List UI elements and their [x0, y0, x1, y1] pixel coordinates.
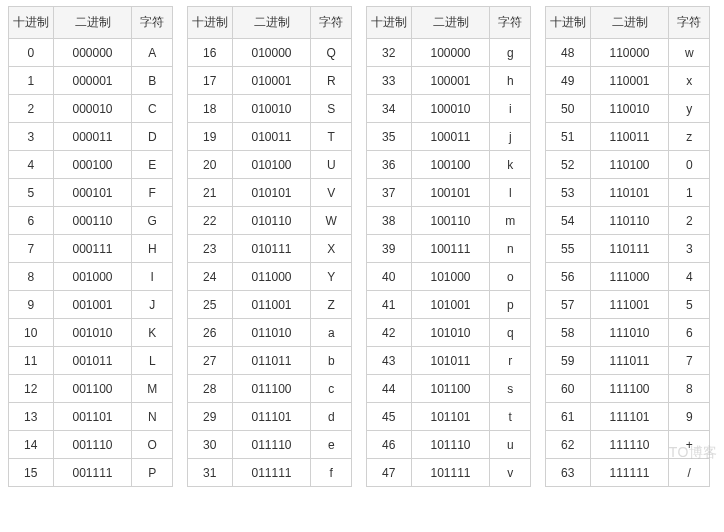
cell-binary: 101011 [411, 347, 490, 375]
cell-binary: 111111 [590, 459, 669, 487]
table-row: 601111008 [546, 375, 710, 403]
cell-decimal: 5 [9, 179, 54, 207]
table-row: 17010001R [188, 67, 352, 95]
cell-binary: 011110 [232, 431, 311, 459]
cell-decimal: 6 [9, 207, 54, 235]
table-row: 44101100s [367, 375, 531, 403]
cell-decimal: 46 [367, 431, 412, 459]
cell-decimal: 38 [367, 207, 412, 235]
cell-decimal: 33 [367, 67, 412, 95]
cell-binary: 111011 [590, 347, 669, 375]
table-row: 28011100c [188, 375, 352, 403]
cell-char: p [490, 291, 531, 319]
cell-char: d [311, 403, 352, 431]
cell-decimal: 53 [546, 179, 591, 207]
cell-decimal: 4 [9, 151, 54, 179]
cell-decimal: 18 [188, 95, 233, 123]
cell-binary: 100100 [411, 151, 490, 179]
cell-binary: 111001 [590, 291, 669, 319]
cell-decimal: 44 [367, 375, 412, 403]
cell-binary: 111010 [590, 319, 669, 347]
cell-binary: 101001 [411, 291, 490, 319]
cell-decimal: 39 [367, 235, 412, 263]
cell-decimal: 9 [9, 291, 54, 319]
table-row: 46101110u [367, 431, 531, 459]
cell-decimal: 41 [367, 291, 412, 319]
table-row: 10001010K [9, 319, 173, 347]
cell-decimal: 61 [546, 403, 591, 431]
cell-char: 9 [669, 403, 710, 431]
cell-decimal: 31 [188, 459, 233, 487]
cell-binary: 011111 [232, 459, 311, 487]
cell-binary: 111100 [590, 375, 669, 403]
cell-char: g [490, 39, 531, 67]
cell-binary: 000101 [53, 179, 132, 207]
table-row: 3000011D [9, 123, 173, 151]
cell-char: 2 [669, 207, 710, 235]
cell-char: j [490, 123, 531, 151]
cell-decimal: 42 [367, 319, 412, 347]
cell-char: c [311, 375, 352, 403]
cell-binary: 101111 [411, 459, 490, 487]
cell-decimal: 25 [188, 291, 233, 319]
column-header-binary: 二进制 [232, 7, 311, 39]
cell-binary: 001011 [53, 347, 132, 375]
cell-decimal: 26 [188, 319, 233, 347]
table-row: 29011101d [188, 403, 352, 431]
cell-decimal: 59 [546, 347, 591, 375]
cell-binary: 010110 [232, 207, 311, 235]
cell-char: A [132, 39, 173, 67]
cell-char: 6 [669, 319, 710, 347]
cell-decimal: 24 [188, 263, 233, 291]
cell-binary: 000001 [53, 67, 132, 95]
cell-decimal: 57 [546, 291, 591, 319]
table-row: 21010101V [188, 179, 352, 207]
cell-binary: 010000 [232, 39, 311, 67]
column-header-decimal: 十进制 [9, 7, 54, 39]
encoding-table-2: 十进制二进制字符32100000g33100001h34100010i35100… [366, 6, 531, 487]
cell-binary: 110111 [590, 235, 669, 263]
cell-decimal: 1 [9, 67, 54, 95]
cell-char: U [311, 151, 352, 179]
cell-char: L [132, 347, 173, 375]
table-row: 30011110e [188, 431, 352, 459]
cell-decimal: 52 [546, 151, 591, 179]
table-row: 62111110+ [546, 431, 710, 459]
cell-decimal: 7 [9, 235, 54, 263]
encoding-tables-wrap: 十进制二进制字符0000000A1000001B2000010C3000011D… [0, 0, 724, 493]
cell-char: y [669, 95, 710, 123]
cell-binary: 001111 [53, 459, 132, 487]
table-row: 13001101N [9, 403, 173, 431]
cell-char: F [132, 179, 173, 207]
cell-binary: 011100 [232, 375, 311, 403]
cell-char: 5 [669, 291, 710, 319]
cell-binary: 011010 [232, 319, 311, 347]
header-row: 十进制二进制字符 [188, 7, 352, 39]
cell-binary: 001110 [53, 431, 132, 459]
column-header-binary: 二进制 [411, 7, 490, 39]
cell-binary: 010100 [232, 151, 311, 179]
cell-decimal: 12 [9, 375, 54, 403]
cell-char: s [490, 375, 531, 403]
cell-decimal: 49 [546, 67, 591, 95]
cell-binary: 110101 [590, 179, 669, 207]
table-row: 48110000w [546, 39, 710, 67]
cell-decimal: 43 [367, 347, 412, 375]
table-row: 531101011 [546, 179, 710, 207]
cell-binary: 100111 [411, 235, 490, 263]
encoding-table-0: 十进制二进制字符0000000A1000001B2000010C3000011D… [8, 6, 173, 487]
cell-decimal: 56 [546, 263, 591, 291]
cell-decimal: 40 [367, 263, 412, 291]
cell-char: n [490, 235, 531, 263]
cell-binary: 011011 [232, 347, 311, 375]
table-row: 33100001h [367, 67, 531, 95]
header-row: 十进制二进制字符 [9, 7, 173, 39]
cell-decimal: 55 [546, 235, 591, 263]
table-row: 35100011j [367, 123, 531, 151]
cell-decimal: 14 [9, 431, 54, 459]
cell-char: i [490, 95, 531, 123]
cell-char: 8 [669, 375, 710, 403]
cell-decimal: 37 [367, 179, 412, 207]
cell-binary: 000011 [53, 123, 132, 151]
table-row: 24011000Y [188, 263, 352, 291]
